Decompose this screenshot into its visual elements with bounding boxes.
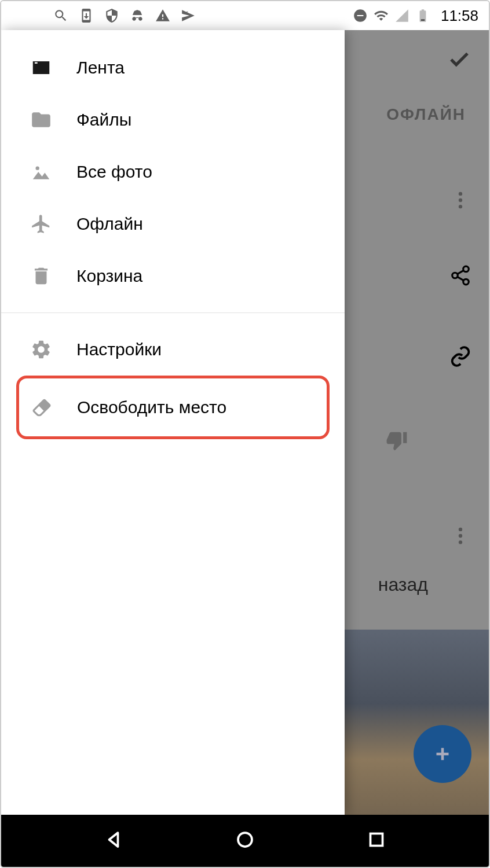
incognito-icon <box>130 8 145 23</box>
svg-line-6 <box>458 270 464 274</box>
svg-point-0 <box>459 192 462 196</box>
more-icon-2[interactable] <box>449 525 471 549</box>
signal-icon <box>394 8 409 23</box>
shield-icon <box>104 8 119 23</box>
eraser-icon <box>31 396 53 418</box>
folder-icon <box>30 109 52 131</box>
svg-point-14 <box>36 167 39 170</box>
drawer-item-feed[interactable]: Лента <box>1 42 345 94</box>
feed-icon <box>30 57 52 79</box>
link-icon[interactable] <box>449 345 471 370</box>
svg-point-5 <box>463 279 469 285</box>
svg-point-15 <box>238 833 252 847</box>
battery-icon <box>415 8 430 23</box>
divider <box>1 312 345 313</box>
svg-point-3 <box>463 266 469 272</box>
svg-line-7 <box>458 277 464 280</box>
svg-point-4 <box>452 273 458 278</box>
status-time: 11:58 <box>441 7 478 25</box>
status-left <box>53 8 196 23</box>
svg-point-2 <box>459 205 462 208</box>
drawer-item-trash[interactable]: Корзина <box>1 250 345 302</box>
more-icon[interactable] <box>449 189 471 214</box>
drawer-item-label: Офлайн <box>76 214 143 234</box>
drawer-item-files[interactable]: Файлы <box>1 94 345 146</box>
svg-point-10 <box>459 540 462 544</box>
drawer-item-label: Корзина <box>76 266 142 286</box>
android-nav-bar <box>1 815 489 867</box>
nav-home-button[interactable] <box>235 829 255 852</box>
gear-icon <box>30 339 52 361</box>
search-icon <box>53 8 68 23</box>
nav-recent-button[interactable] <box>366 829 387 852</box>
trash-icon <box>30 265 52 287</box>
airplane-icon <box>30 213 52 235</box>
drawer-item-label: Лента <box>76 58 125 78</box>
status-right: 11:58 <box>353 7 478 25</box>
drawer-item-settings[interactable]: Настройки <box>1 323 345 376</box>
svg-rect-13 <box>35 62 38 64</box>
status-bar: 11:58 <box>1 1 489 30</box>
svg-point-8 <box>459 528 462 531</box>
drawer-item-free-space[interactable]: Освободить место <box>19 378 327 436</box>
drawer-item-label: Файлы <box>76 110 131 130</box>
svg-rect-16 <box>371 834 383 846</box>
tab-offline[interactable]: ОФЛАЙН <box>386 105 466 124</box>
text-back: назад <box>378 574 428 595</box>
thumbnail-image[interactable] <box>344 630 489 815</box>
nav-back-button[interactable] <box>103 829 124 852</box>
thumbs-down-icon[interactable] <box>386 429 408 454</box>
highlight-free-space: Освободить место <box>16 376 330 439</box>
svg-point-9 <box>459 534 462 538</box>
wifi-icon <box>374 8 389 23</box>
drawer-item-label: Настройки <box>76 340 162 359</box>
share-icon[interactable] <box>449 264 471 289</box>
fab-add-button[interactable] <box>414 725 471 783</box>
svg-point-1 <box>459 198 462 202</box>
drawer-item-label: Освободить место <box>77 398 226 417</box>
drawer-item-all-photos[interactable]: Все фото <box>1 146 345 198</box>
nav-drawer: Лента Файлы Все фото Офлайн Корзина Наст… <box>1 30 345 815</box>
dnd-icon <box>353 8 368 23</box>
download-icon <box>79 8 94 23</box>
warning-icon <box>155 8 170 23</box>
drawer-item-offline[interactable]: Офлайн <box>1 198 345 250</box>
send-icon <box>181 8 196 23</box>
photos-icon <box>30 161 52 183</box>
drawer-item-label: Все фото <box>76 162 152 182</box>
confirm-icon[interactable] <box>447 47 471 74</box>
